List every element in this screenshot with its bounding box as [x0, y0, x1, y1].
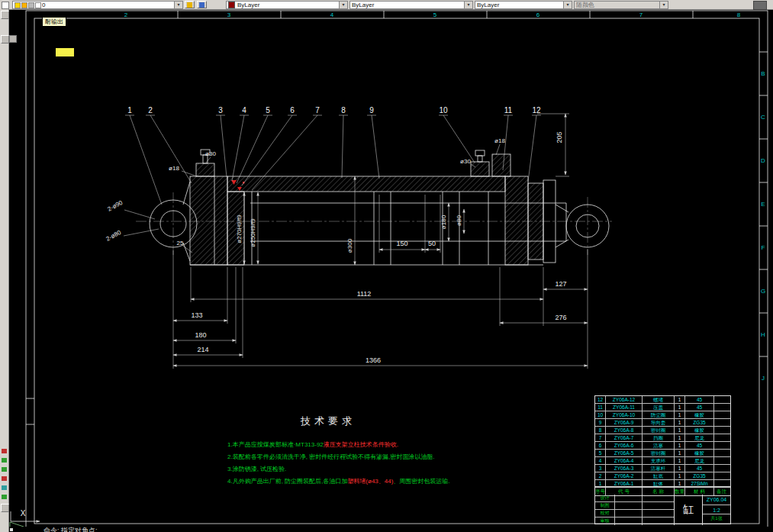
part-seq: 12 [595, 396, 606, 403]
left-strip-button[interactable] [1, 11, 9, 19]
parts-row: 2ZY06A-2缸底1ZG35 [595, 472, 730, 480]
lineweight-combo-arrow[interactable]: ▾ [563, 2, 572, 8]
command-caret [10, 528, 13, 531]
plotstyle-combo: 随颜色 ▾ [574, 1, 668, 9]
layer-on-icon [14, 2, 21, 8]
layer-combo[interactable]: 0 ▾ [12, 1, 183, 9]
part-qty: 1 [675, 427, 685, 434]
left-strip-marker[interactable] [2, 476, 7, 481]
part-code: ZY06A-8 [606, 427, 643, 434]
zone-right: D [761, 157, 765, 164]
dim-2x80: 2-ø80 [105, 229, 122, 243]
command-line-strip[interactable]: 命令: 指定对角点: [8, 527, 773, 532]
command-text: 命令: 指定对角点: [43, 527, 98, 532]
linetype-combo-arrow[interactable]: ▾ [464, 2, 472, 8]
floating-grip-icon[interactable] [9, 35, 17, 43]
callout-5: 5 [266, 106, 270, 114]
toolbar-grip[interactable] [2, 2, 9, 9]
dim-dia80: ø80 [456, 215, 462, 226]
layer-thaw-icon [21, 2, 27, 8]
left-toolbar-strip [0, 9, 9, 532]
part-seq: 9 [595, 419, 606, 426]
part-qty: 1 [675, 419, 685, 426]
part-name: 防尘圈 [643, 411, 675, 418]
part-seq: 3 [595, 465, 606, 472]
left-strip-marker[interactable] [2, 449, 7, 453]
dim-127: 127 [555, 280, 566, 288]
dim-dia270: ø270H9/f9 [236, 214, 243, 243]
part-code: ZY06A-3 [606, 465, 643, 472]
part-qty: 1 [675, 457, 685, 464]
part-material: 45 [685, 396, 714, 403]
callout-8: 8 [341, 106, 346, 114]
part-note [714, 404, 729, 411]
part-note [714, 442, 729, 449]
zone-top: 5 [433, 11, 437, 18]
part-note [714, 450, 729, 456]
part-note [714, 427, 729, 434]
plotstyle-combo-arrow: ▾ [659, 2, 668, 8]
part-code: ZY06A-11 [606, 404, 643, 411]
part-seq: 6 [595, 442, 606, 449]
part-name: 螺堵 [643, 396, 675, 403]
part-material: 45 [685, 442, 714, 449]
part-seq: 11 [595, 404, 606, 411]
dim-dia250: ø250H9/f9 [250, 218, 256, 247]
tech-note-1: 1.本产品应按煤炭部标准·MT313-92 [227, 441, 324, 448]
parts-row: 9ZY06A-9导向套1ZG35 [595, 419, 730, 427]
part-material: 45 [685, 404, 714, 411]
part-seq: 4 [595, 457, 606, 464]
callout-7: 7 [315, 106, 320, 114]
dim-276: 276 [555, 314, 566, 321]
dim-dia30-left: ø30 [205, 150, 216, 157]
title-label-design: 设计 [595, 495, 615, 501]
toolbar-end-button[interactable] [753, 1, 767, 10]
parts-row: 12ZY06A-12螺堵145 [595, 396, 730, 404]
layer-previous-icon [199, 2, 205, 8]
left-strip-button[interactable] [1, 504, 9, 512]
callout-6: 6 [290, 106, 295, 114]
title-label-audit: 审核 [595, 517, 615, 525]
make-object-layer-current-button[interactable] [185, 1, 195, 8]
part-note [714, 472, 729, 479]
lineweight-combo[interactable]: ByLayer ▾ [475, 1, 572, 9]
properties-toolbar: 0 ▾ ByLayer ▾ ByLayer ▾ ByLayer ▾ 随颜色 ▾ [0, 0, 773, 10]
part-name: 密封圈 [643, 427, 675, 434]
part-code: ZY06A-10 [606, 411, 643, 418]
left-strip-button[interactable] [1, 35, 9, 44]
part-material: 45 [685, 465, 714, 472]
part-name: 活塞 [643, 442, 675, 449]
part-code: ZY06A-12 [606, 396, 643, 403]
color-combo-arrow[interactable]: ▾ [339, 2, 347, 8]
color-swatch [228, 2, 235, 8]
parts-row: 8ZY06A-8密封圈1橡胶 [595, 427, 730, 434]
part-material: 橡胶 [685, 427, 714, 434]
left-strip-marker[interactable] [2, 495, 7, 499]
layer-combo-arrow[interactable]: ▾ [174, 2, 182, 8]
color-combo[interactable]: ByLayer ▾ [226, 1, 348, 9]
left-strip-marker[interactable] [2, 485, 7, 490]
part-name: 挡圈 [643, 434, 675, 441]
parts-row: 10ZY06A-10防尘圈1橡胶 [595, 411, 730, 419]
linetype-combo[interactable]: ByLayer ▾ [349, 1, 473, 9]
part-qty: 1 [675, 396, 685, 403]
selection-highlight [56, 48, 74, 56]
dim-25: 25 [177, 240, 184, 247]
dim-1366: 1366 [366, 356, 381, 364]
parts-row: 11ZY06A-11压盖145 [595, 404, 730, 411]
left-strip-marker[interactable] [2, 458, 7, 463]
part-seq: 7 [595, 434, 606, 441]
left-strip-marker[interactable] [2, 467, 7, 472]
title-label-draw: 制图 [595, 502, 615, 509]
color-value: ByLayer [237, 2, 339, 8]
parts-row: 5ZY06A-5密封圈1橡胶 [595, 450, 730, 457]
dim-214: 214 [197, 346, 208, 353]
part-code: ZY06A-7 [606, 434, 643, 441]
part-material: ZG35 [685, 472, 714, 479]
dim-1112: 1112 [357, 290, 372, 298]
layer-previous-button[interactable] [197, 1, 207, 8]
ucs-x-label: X [21, 509, 26, 517]
zone-right: J [762, 375, 765, 382]
part-seq: 5 [595, 450, 606, 456]
callout-11: 11 [504, 106, 513, 114]
